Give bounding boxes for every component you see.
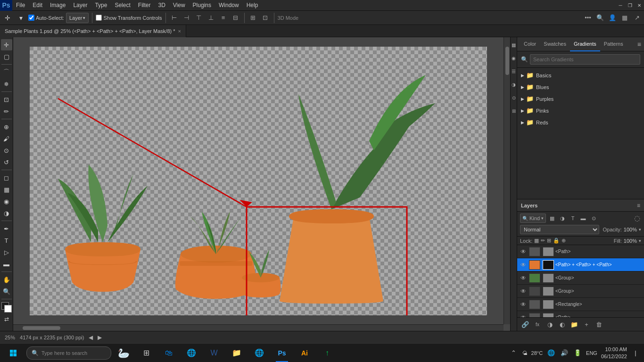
options-search-icon[interactable]: 🔍 [595, 13, 605, 23]
gradient-tool[interactable]: ▦ [1, 184, 12, 195]
pen-tool[interactable]: ✒ [1, 223, 12, 234]
canvas-horizontal-scrollbar[interactable] [13, 324, 504, 331]
tray-network-icon[interactable]: 🌐 [546, 348, 556, 358]
menu-view[interactable]: View [169, 0, 189, 10]
taskbar-app-edge[interactable]: 🌐 [181, 344, 202, 362]
gradient-group-blues-header[interactable]: ▶ 📁 Blues [517, 82, 644, 92]
more-options-icon[interactable]: ••• [583, 13, 593, 23]
lock-artboard-icon[interactable]: ⊞ [547, 238, 551, 244]
zoom-tool[interactable]: 🔍 [1, 286, 12, 297]
tray-battery-icon[interactable]: 🔋 [573, 348, 582, 358]
clone-tool[interactable]: ⊙ [1, 145, 12, 156]
lock-image-icon[interactable]: ✏ [541, 238, 545, 244]
crop-tool[interactable]: ⊡ [1, 94, 12, 105]
taskbar-app-chrome[interactable]: 🌐 [249, 344, 270, 362]
layer-filter-smart-icon[interactable]: ⊙ [589, 214, 598, 222]
menu-layer[interactable]: Layer [69, 0, 91, 10]
system-clock[interactable]: 10:00 AM 06/12/2022 [601, 346, 627, 360]
shape-tool[interactable]: ▬ [1, 258, 12, 270]
nav-arrow-right[interactable]: ▶ [98, 334, 102, 341]
menu-window[interactable]: Window [215, 0, 243, 10]
auto-select-checkbox[interactable] [28, 15, 34, 21]
layer-mask-icon[interactable]: ◑ [545, 320, 555, 329]
menu-file[interactable]: File [12, 0, 29, 10]
move-tool[interactable]: ✛ [1, 39, 12, 50]
layer-adjustment-icon[interactable]: ◐ [557, 320, 567, 329]
fill-arrow[interactable]: ▾ [639, 239, 641, 243]
layer-visibility-3[interactable]: 👁 [519, 288, 528, 295]
workspace-switcher-icon[interactable]: ▦ [619, 13, 630, 23]
layer-visibility-4[interactable]: 👁 [519, 301, 528, 308]
layer-filter-type-icon[interactable]: T [569, 214, 577, 222]
restore-button[interactable]: ❐ [625, 0, 635, 11]
healing-tool[interactable]: ⊕ [1, 121, 12, 132]
document-tab[interactable]: Sample Plants 1.psd @ 25% (<Path> + <Pat… [0, 25, 186, 37]
blur-tool[interactable]: ◉ [1, 196, 12, 207]
tray-volume-icon[interactable]: 🔊 [560, 348, 569, 358]
options-expand-icon[interactable]: ▾ [15, 12, 26, 24]
share-icon[interactable]: ↗ [632, 13, 642, 23]
swap-colors-icon[interactable]: ⇄ [4, 316, 9, 322]
layers-panel-options-icon[interactable]: ≡ [637, 202, 640, 209]
layer-row-3[interactable]: 👁 <Group> [517, 285, 644, 298]
tab-color[interactable]: Color [520, 37, 540, 51]
scroll-thumb-horizontal[interactable] [23, 326, 60, 330]
layer-group-icon[interactable]: 📁 [569, 320, 579, 329]
align-center-h-icon[interactable]: ⊣ [182, 13, 192, 23]
menu-edit[interactable]: Edit [29, 0, 46, 10]
layer-row-4[interactable]: 👁 <Rectangle> [517, 298, 644, 311]
lasso-tool[interactable]: ⌒ [1, 66, 12, 78]
layer-row-5[interactable]: 👁 <Path> [517, 311, 644, 317]
minimize-button[interactable]: ─ [616, 0, 625, 11]
align-bottom-icon[interactable]: ⊟ [231, 13, 241, 23]
menu-image[interactable]: Image [46, 0, 69, 10]
taskbar-app-taskview[interactable]: ⊞ [136, 344, 157, 362]
ps-canvas[interactable] [30, 47, 487, 315]
dodge-tool[interactable]: ◑ [1, 207, 12, 219]
layer-filter-adj-icon[interactable]: ◑ [558, 214, 567, 222]
menu-3d[interactable]: 3D [154, 0, 169, 10]
options-profile-icon[interactable]: 👤 [607, 13, 618, 23]
eraser-tool[interactable]: ◻ [1, 172, 12, 183]
distribute-v-icon[interactable]: ⊡ [260, 13, 271, 23]
scroll-thumb-vertical[interactable] [505, 47, 509, 75]
align-right-icon[interactable]: ⊤ [194, 13, 204, 23]
opacity-arrow[interactable]: ▾ [639, 227, 641, 232]
history-tool[interactable]: ↺ [1, 156, 12, 168]
type-tool[interactable]: T [1, 235, 12, 246]
panel-options-icon[interactable]: ≡ [637, 41, 641, 48]
layer-filter-shape-icon[interactable]: ▬ [579, 214, 587, 222]
align-left-icon[interactable]: ⊢ [169, 13, 180, 23]
layer-delete-icon[interactable]: 🗑 [594, 320, 604, 329]
menu-filter[interactable]: Filter [134, 0, 155, 10]
taskbar-app-explorer[interactable]: 📁 [226, 344, 247, 362]
layer-filter-toggle[interactable]: ◌ [633, 214, 641, 222]
menu-help[interactable]: Help [243, 0, 262, 10]
layer-visibility-0[interactable]: 👁 [519, 248, 528, 255]
layer-row-1[interactable]: 👁 <Path> + <Path> + <Path> [517, 258, 644, 272]
taskbar-app-word[interactable]: W [204, 344, 224, 362]
menu-type[interactable]: Type [91, 0, 111, 10]
tab-gradients[interactable]: Gradients [570, 37, 600, 51]
brush-tool[interactable]: 🖌 [1, 133, 12, 144]
menu-select[interactable]: Select [111, 0, 134, 10]
lock-transparent-icon[interactable]: ▦ [534, 238, 539, 244]
tab-patterns[interactable]: Patterns [600, 37, 627, 51]
layer-row-2[interactable]: 👁 <Group> [517, 272, 644, 285]
layer-filter-pixel-icon[interactable]: ▦ [548, 214, 556, 222]
taskbar-app-ps[interactable]: Ps [272, 344, 292, 362]
canvas-vertical-scrollbar[interactable] [504, 37, 510, 324]
gradient-group-pinks-header[interactable]: ▶ 📁 Pinks [517, 105, 644, 116]
taskbar-app-store[interactable]: 🛍 [158, 344, 179, 362]
hand-tool[interactable]: ✋ [1, 274, 12, 285]
layer-row-0[interactable]: 👁 <Path> [517, 245, 644, 258]
show-transform-checkbox[interactable] [96, 15, 102, 21]
layers-kind-filter[interactable]: 🔍 Kind ▾ [520, 214, 546, 223]
align-center-v-icon[interactable]: ≡ [218, 13, 229, 23]
gradient-group-reds-header[interactable]: ▶ 📁 Reds [517, 117, 644, 128]
eyedropper-tool[interactable]: ✏ [1, 106, 12, 117]
align-top-icon[interactable]: ⊥ [206, 13, 216, 23]
layer-fx-icon[interactable]: fx [532, 320, 543, 329]
lock-move-icon[interactable]: 🔒 [553, 238, 560, 244]
lock-all-icon[interactable]: ⊕ [561, 238, 566, 244]
